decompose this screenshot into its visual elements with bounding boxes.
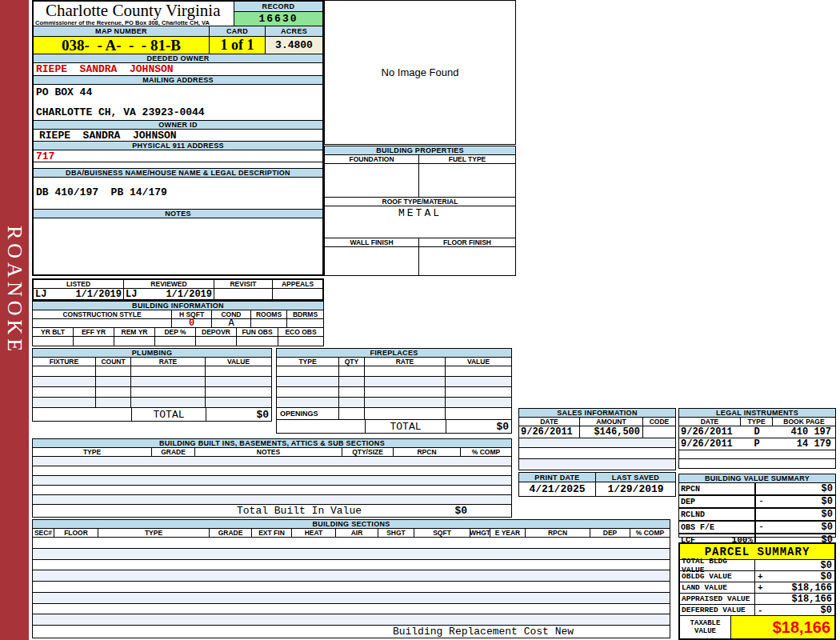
sec-heat-label: HEAT: [292, 529, 336, 537]
value-summary-row: RCLND $0: [679, 509, 835, 522]
built-ins-total-label: Total Built In Value: [237, 505, 362, 517]
sale-date: 9/26/2011: [519, 426, 580, 438]
plumbing-total-label: TOTAL: [132, 408, 206, 421]
vs-value: $0: [822, 509, 835, 520]
plumbing-count-label: COUNT: [96, 358, 131, 366]
sales-row: [519, 459, 675, 470]
sales-date-label: DATE: [519, 418, 580, 426]
card-value: 1 of 1: [210, 37, 266, 54]
openings-label: OPENINGS: [277, 408, 339, 419]
vs-value: $0: [822, 483, 835, 494]
appeals-cell: [273, 289, 322, 300]
card-label: CARD: [210, 26, 266, 36]
foundation-fuel-values: [325, 164, 515, 198]
plumbing-row: [33, 387, 271, 398]
print-info-table: PRINT DATE LAST SAVED 4/21/2025 1/29/201…: [518, 472, 676, 497]
fireplaces-total-value: $0: [446, 420, 511, 433]
value-summary-title: BUILDING VALUE SUMMARY: [679, 474, 835, 483]
vs-label: RPCN: [681, 485, 700, 494]
built-ins-row: [33, 476, 511, 486]
fuel-type-label: FUEL TYPE: [419, 155, 515, 163]
vs-op: -: [756, 496, 766, 507]
construction-style-label: CONSTRUCTION STYLE: [33, 310, 172, 318]
taxable-label-line2: VALUE: [694, 627, 716, 635]
listed-cell: LJ 1/1/2019: [34, 289, 124, 300]
ps-label: DEFERRED VALUE: [680, 605, 755, 615]
physical-address-label: PHYSICAL 911 ADDRESS: [34, 142, 322, 150]
listed-by: LJ: [35, 289, 46, 300]
cond-value: A: [212, 319, 251, 327]
built-ins-title: BUILDING BUILT INS, BASEMENTS, ATTICS & …: [33, 439, 511, 448]
deeded-owner-label: DEEDED OWNER: [34, 54, 322, 63]
sec-num-label: SEC#: [33, 529, 54, 537]
district-sidebar: ROANOKE: [0, 0, 29, 640]
built-ins-table: BUILDING BUILT INS, BASEMENTS, ATTICS & …: [32, 438, 512, 518]
revisit-cell: [214, 289, 273, 300]
bdrms-value: [287, 319, 323, 327]
roof-type-label: ROOF TYPE/MATERIAL: [325, 198, 515, 206]
plumbing-table: PLUMBING FIXTURE COUNT RATE VALUE TOTAL …: [32, 348, 272, 422]
built-ins-notes-label: NOTES: [195, 448, 342, 456]
county-subtitle: Commissioner of the Revenue, PO Box 308,…: [35, 19, 234, 26]
sales-amount-label: AMOUNT: [580, 418, 643, 426]
deeded-owner-value: RIEPE SANDRA JOHNSON: [34, 63, 322, 76]
print-date-label: PRINT DATE: [519, 473, 596, 482]
built-ins-grade-label: GRADE: [152, 448, 195, 456]
sec-shgt-label: SHGT: [378, 529, 414, 537]
plumbing-rate-label: RATE: [131, 358, 206, 366]
plumbing-title: PLUMBING: [33, 349, 271, 358]
building-section-row: [33, 560, 670, 571]
built-ins-row: [33, 466, 511, 476]
physical-address-value: 717: [34, 150, 322, 162]
value-summary-row: OBS F/E - $0: [679, 522, 835, 534]
fireplaces-total-row: TOTAL $0: [277, 420, 511, 433]
built-ins-row: [33, 457, 511, 466]
taxable-label-line1: TAXABLE: [690, 619, 721, 627]
ps-label: LAND VALUE: [680, 582, 755, 593]
review-table: LISTED REVIEWED REVISIT APPEALS LJ 1/1/2…: [32, 278, 324, 301]
legal-date: 9/26/2011: [679, 426, 741, 438]
vs-value: $0: [822, 522, 835, 533]
construction-style-value: [33, 319, 172, 327]
owner-id-label: OWNER ID: [34, 121, 322, 130]
built-ins-qtysize-label: QTY/SIZE: [342, 448, 394, 456]
fuel-type-value: [419, 164, 515, 197]
ps-op: +: [755, 583, 765, 593]
building-value-summary: BUILDING VALUE SUMMARY RPCN $0 DEP - $0: [678, 474, 836, 538]
foundation-label: FOUNDATION: [325, 155, 419, 163]
mailing-address-label: MAILING ADDRESS: [34, 76, 322, 85]
fireplaces-table: FIREPLACES TYPE QTY RATE VALUE OPENINGS …: [276, 348, 512, 434]
plumbing-row: [33, 377, 271, 387]
legal-bookpage: 14 179: [773, 438, 835, 450]
vs-label: DEP: [681, 498, 695, 506]
sec-floor-label: FLOOR: [54, 529, 98, 537]
sales-row: [519, 438, 675, 448]
sec-sqft-label: SQFT: [414, 529, 470, 537]
yrblt-value: [33, 337, 74, 346]
vs-label: RCLND: [681, 510, 705, 519]
spacer-row: [34, 162, 322, 169]
yrblt-label: YR BLT: [33, 328, 74, 336]
wall-floor-values: [325, 247, 515, 275]
revisit-label: REVISIT: [214, 280, 273, 288]
taxable-value-row: TAXABLE VALUE $18,166: [680, 616, 834, 638]
plumbing-row: [33, 366, 271, 377]
legal-description-value: DB 410/197 PB 14/179: [34, 178, 322, 210]
sales-code-label: CODE: [643, 418, 675, 426]
no-image-text: No Image Found: [382, 66, 459, 78]
sec-air-label: AIR: [336, 529, 378, 537]
value-summary-row: DEP - $0: [679, 496, 835, 509]
depovr-label: DEPOVR: [196, 328, 237, 336]
county-title: Charlotte County Virginia: [46, 2, 234, 19]
built-ins-total-value: $0: [454, 505, 467, 517]
building-info-title: BUILDING INFORMATION: [33, 302, 323, 310]
ps-value: $0: [821, 560, 834, 571]
acres-value: 3.4800: [266, 37, 322, 54]
last-saved-value: 1/29/2019: [596, 482, 675, 496]
parcel-summary-row: TOTAL BLDG VALUE $0: [680, 560, 834, 571]
sales-title: SALES INFORMATION: [519, 409, 675, 418]
ps-op: +: [755, 572, 765, 582]
built-ins-type-label: TYPE: [33, 448, 152, 456]
reviewed-by: LJ: [126, 289, 137, 300]
legal-row: 9/26/2011 P 14 179: [679, 438, 835, 450]
